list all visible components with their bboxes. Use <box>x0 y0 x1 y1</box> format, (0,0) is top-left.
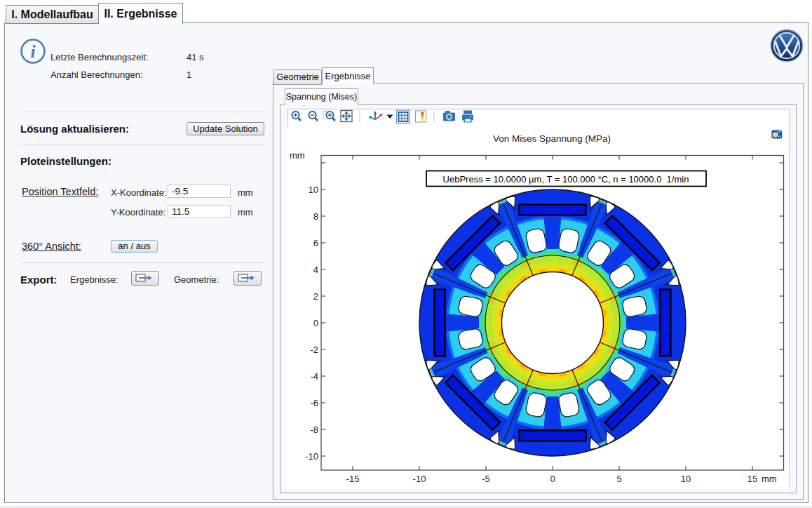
svg-text:-6: -6 <box>310 398 318 408</box>
svg-text:8: 8 <box>313 211 318 222</box>
svg-text:4: 4 <box>313 265 318 275</box>
svg-text:mm: mm <box>290 150 305 161</box>
svg-text:6: 6 <box>313 238 318 248</box>
svg-text:-10: -10 <box>413 474 426 484</box>
svg-text:i: i <box>30 41 36 62</box>
svg-text:5: 5 <box>616 474 621 484</box>
svg-text:-5: -5 <box>482 474 490 484</box>
svg-text:-4: -4 <box>310 371 318 382</box>
svg-text:0: 0 <box>550 474 555 484</box>
svg-text:-2: -2 <box>310 345 318 355</box>
svg-text:mm: mm <box>762 474 777 484</box>
svg-text:-8: -8 <box>310 425 318 435</box>
svg-text:0: 0 <box>313 318 318 328</box>
svg-text:10: 10 <box>309 185 318 195</box>
svg-text:10: 10 <box>681 474 691 484</box>
svg-text:Von Mises Spannung (MPa): Von Mises Spannung (MPa) <box>493 133 611 144</box>
svg-text:2: 2 <box>313 291 318 302</box>
svg-text:UebPress = 10.0000 µm, T = 100: UebPress = 10.0000 µm, T = 100.000 °C, n… <box>443 174 689 185</box>
svg-text:-10: -10 <box>305 451 318 462</box>
svg-text:15: 15 <box>747 474 757 484</box>
svg-text:-15: -15 <box>346 474 360 484</box>
